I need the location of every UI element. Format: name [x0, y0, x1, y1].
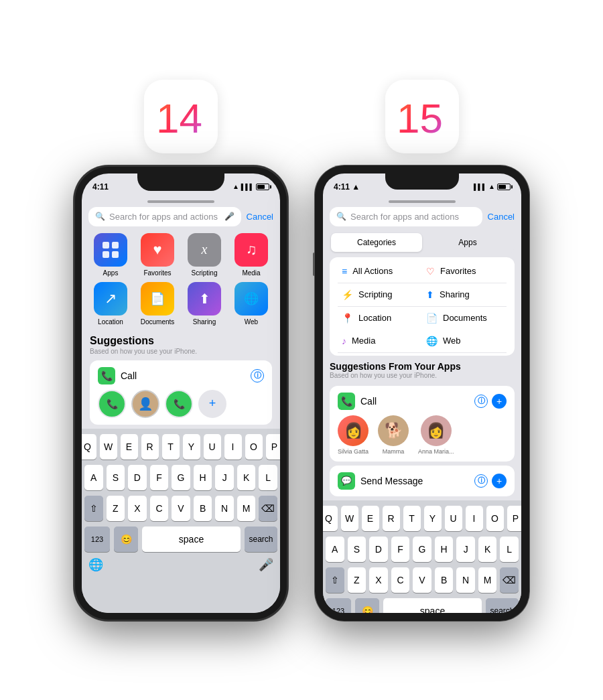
ios15-avatar-mamma[interactable]: 🐕 Mamma: [378, 415, 409, 455]
ios15-cat-all-actions[interactable]: ≡ All Actions: [338, 260, 422, 283]
key-r[interactable]: R: [141, 434, 159, 460]
ios15-key-o[interactable]: O: [486, 506, 504, 531]
ios15-key-q[interactable]: Q: [323, 506, 338, 531]
ios15-send-message-card[interactable]: 💬 Send Message ⓘ +: [330, 466, 515, 496]
ios14-contact-1[interactable]: 📞: [98, 390, 126, 418]
ios14-app-apps[interactable]: Apps: [90, 233, 131, 277]
ios15-key-t[interactable]: T: [403, 506, 421, 531]
ios15-key-e[interactable]: E: [362, 506, 379, 531]
ios15-msg-info-button[interactable]: ⓘ: [474, 474, 488, 488]
ios15-cat-media[interactable]: ♪ Media: [338, 330, 422, 353]
ios14-app-media[interactable]: ♫ Media: [230, 233, 272, 277]
key-b[interactable]: B: [194, 496, 212, 521]
ios14-app-sharing[interactable]: ⬆ Sharing: [184, 282, 225, 326]
key-d[interactable]: D: [128, 465, 147, 490]
key-space[interactable]: space: [142, 527, 241, 552]
ios15-key-x[interactable]: X: [369, 567, 388, 593]
ios14-app-location[interactable]: ↗ Location: [90, 282, 131, 326]
key-u[interactable]: U: [204, 434, 221, 460]
key-g[interactable]: G: [172, 465, 190, 490]
ios15-search-bar[interactable]: 🔍 Search for apps and actions: [330, 207, 482, 226]
key-numbers[interactable]: 123: [84, 527, 110, 552]
key-n[interactable]: N: [215, 496, 234, 521]
key-w[interactable]: W: [100, 434, 117, 460]
key-p[interactable]: P: [266, 434, 281, 460]
ios15-cancel-button[interactable]: Cancel: [488, 212, 515, 222]
ios14-mic-icon-bottom[interactable]: 🎤: [259, 557, 273, 572]
ios15-apps-tab[interactable]: Apps: [422, 233, 513, 252]
key-emoji[interactable]: 😊: [114, 527, 138, 552]
key-q[interactable]: Q: [82, 434, 96, 460]
key-i[interactable]: I: [224, 434, 242, 460]
ios14-call-card[interactable]: 📞 Call ⓘ 📞: [90, 360, 272, 425]
ios15-key-h[interactable]: H: [435, 537, 454, 562]
key-t[interactable]: T: [162, 434, 180, 460]
key-j[interactable]: J: [215, 465, 234, 490]
ios15-cat-favorites[interactable]: ♡ Favorites: [422, 260, 507, 283]
ios15-key-search[interactable]: search: [486, 598, 519, 613]
ios15-key-numbers[interactable]: 123: [326, 598, 351, 613]
ios14-cancel-button[interactable]: Cancel: [247, 212, 273, 222]
key-e[interactable]: E: [121, 434, 138, 460]
ios15-key-s[interactable]: S: [348, 537, 366, 562]
ios15-key-n[interactable]: N: [456, 567, 475, 593]
key-z[interactable]: Z: [107, 496, 125, 521]
ios15-key-g[interactable]: G: [413, 537, 431, 562]
key-v[interactable]: V: [172, 496, 190, 521]
ios14-app-documents[interactable]: 📄 Documents: [137, 282, 178, 326]
ios14-info-button[interactable]: ⓘ: [251, 369, 264, 382]
ios15-key-f[interactable]: F: [391, 537, 410, 562]
ios15-key-emoji[interactable]: 😊: [355, 598, 379, 613]
ios14-globe-icon[interactable]: 🌐: [88, 557, 103, 572]
ios15-avatar-anna[interactable]: 👩 Anna Maria...: [418, 415, 454, 455]
key-o[interactable]: O: [245, 434, 263, 460]
ios15-key-shift[interactable]: ⇧: [326, 567, 344, 593]
ios15-msg-plus-button[interactable]: +: [492, 474, 507, 488]
key-l[interactable]: L: [259, 465, 277, 490]
ios15-key-w[interactable]: W: [341, 506, 358, 531]
ios15-key-j[interactable]: J: [456, 537, 475, 562]
ios14-app-web[interactable]: 🌐 Web: [230, 282, 272, 326]
key-k[interactable]: K: [237, 465, 256, 490]
ios14-contact-2[interactable]: 👤: [131, 390, 159, 418]
key-h[interactable]: H: [194, 465, 212, 490]
ios15-plus-button[interactable]: +: [492, 394, 507, 409]
ios15-key-r[interactable]: R: [383, 506, 400, 531]
key-shift[interactable]: ⇧: [84, 496, 103, 521]
ios15-cat-sharing[interactable]: ⬆ Sharing: [422, 283, 507, 307]
ios15-key-v[interactable]: V: [413, 567, 431, 593]
ios15-key-l[interactable]: L: [500, 537, 519, 562]
key-a[interactable]: A: [84, 465, 103, 490]
key-f[interactable]: F: [150, 465, 169, 490]
ios15-key-delete[interactable]: ⌫: [500, 567, 519, 593]
ios15-key-z[interactable]: Z: [348, 567, 366, 593]
ios14-app-scripting[interactable]: x Scripting: [184, 233, 225, 277]
ios15-key-c[interactable]: C: [391, 567, 410, 593]
ios15-cat-scripting[interactable]: ⚡ Scripting: [338, 283, 422, 307]
ios15-cat-location[interactable]: 📍 Location: [338, 307, 422, 330]
key-x[interactable]: X: [128, 496, 147, 521]
ios15-key-space[interactable]: space: [383, 598, 482, 613]
ios14-contact-3[interactable]: 📞: [165, 390, 193, 418]
key-m[interactable]: M: [237, 496, 256, 521]
ios15-call-card[interactable]: 📞 Call ⓘ + 👩 Silvia Ga: [330, 386, 515, 462]
ios14-app-favorites[interactable]: ♥ Favorites: [137, 233, 178, 277]
ios15-key-k[interactable]: K: [478, 537, 497, 562]
ios15-info-button[interactable]: ⓘ: [474, 395, 488, 408]
key-y[interactable]: Y: [183, 434, 200, 460]
ios15-key-b[interactable]: B: [435, 567, 454, 593]
ios15-key-u[interactable]: U: [445, 506, 462, 531]
ios15-categories-tab[interactable]: Categories: [331, 233, 422, 252]
key-search[interactable]: search: [245, 527, 277, 552]
ios15-key-d[interactable]: D: [369, 537, 388, 562]
ios15-key-a[interactable]: A: [326, 537, 344, 562]
ios14-contact-4[interactable]: +: [198, 390, 226, 418]
ios15-cat-documents[interactable]: 📄 Documents: [422, 307, 507, 330]
ios15-key-i[interactable]: I: [466, 506, 483, 531]
ios15-key-p[interactable]: P: [507, 506, 522, 531]
ios15-key-m[interactable]: M: [478, 567, 497, 593]
ios15-key-y[interactable]: Y: [424, 506, 442, 531]
key-c[interactable]: C: [150, 496, 169, 521]
key-s[interactable]: S: [107, 465, 125, 490]
key-delete[interactable]: ⌫: [259, 496, 277, 521]
